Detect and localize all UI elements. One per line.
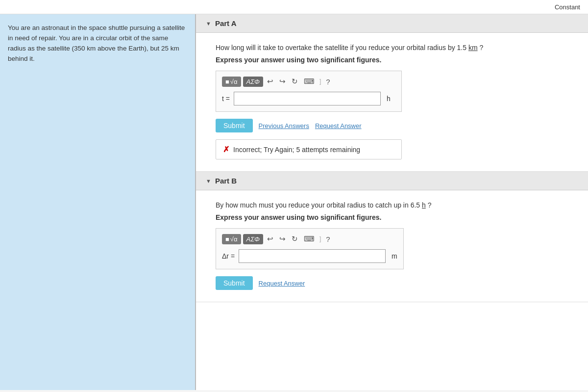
part-a-actions: Submit Previous Answers Request Answer [216,119,573,132]
part-b-answer-box: ■ √α ΑΣΦ ↩ ↪ ↻ ⌨ ] ? Δr = m [216,228,404,269]
sym-btn-b[interactable]: ΑΣΦ [243,234,263,244]
part-a-body: How long will it take to overtake the sa… [196,33,588,171]
part-a-section: ▼ Part A How long will it take to overta… [196,14,588,172]
math-icon-b: ■ [225,235,229,243]
constant-link[interactable]: Constant [555,3,580,11]
part-b-body: By how much must you reduce your orbital… [196,190,588,302]
sep-a: ] [318,78,322,85]
refresh-btn-b[interactable]: ↻ [290,234,300,244]
part-a-label: Part A [215,19,237,27]
help-btn-a[interactable]: ? [324,77,332,87]
part-a-eq-label: t = [222,95,230,103]
sidebar-description: You are an astronaut in the space shuttl… [8,23,187,64]
part-b-toolbar: ■ √α ΑΣΦ ↩ ↪ ↻ ⌨ ] ? [222,234,397,244]
keyboard-btn-b[interactable]: ⌨ [302,234,317,244]
undo-btn-b[interactable]: ↩ [265,234,275,244]
math-editor-btn-a[interactable]: ■ √α [222,77,241,87]
part-a-header[interactable]: ▼ Part A [196,14,588,33]
part-b-section: ▼ Part B By how much must you reduce you… [196,172,588,302]
part-a-question: How long will it take to overtake the sa… [216,43,573,53]
sidebar: You are an astronaut in the space shuttl… [0,14,196,390]
part-b-question: By how much must you reduce your orbital… [216,200,573,210]
redo-btn-a[interactable]: ↪ [277,76,288,87]
sep-b: ] [318,235,322,242]
part-b-sig-figs: Express your answer using two significan… [216,213,573,221]
part-b-submit-btn[interactable]: Submit [216,276,253,290]
part-b-request-answer-btn[interactable]: Request Answer [259,280,305,287]
part-a-toolbar: ■ √α ΑΣΦ ↩ ↪ ↻ ⌨ ] ? [222,76,395,87]
part-a-sig-figs: Express your answer using two significan… [216,56,573,64]
part-a-feedback-text: Incorrect; Try Again; 5 attempts remaini… [233,146,360,154]
part-b-input-row: Δr = m [222,249,397,263]
part-b-header[interactable]: ▼ Part B [196,172,588,190]
help-btn-b[interactable]: ? [324,234,332,244]
unit-km-a: km [468,44,478,52]
part-a-input-row: t = h [222,92,395,105]
redo-btn-b[interactable]: ↪ [277,234,288,244]
part-b-unit: m [392,252,397,260]
part-b-input[interactable] [239,249,386,263]
part-a-request-answer-btn[interactable]: Request Answer [315,122,362,130]
math-label-b: √α [230,235,238,243]
part-b-label: Part B [215,177,237,185]
incorrect-icon-a: ✗ [223,145,229,154]
unit-h-b: h [422,201,426,209]
part-a-submit-btn[interactable]: Submit [216,119,253,132]
chevron-down-icon-b: ▼ [206,178,211,184]
part-a-input[interactable] [234,92,381,105]
undo-btn-a[interactable]: ↩ [265,76,275,87]
math-label-a: √α [230,78,238,85]
refresh-btn-a[interactable]: ↻ [290,76,300,87]
math-icon-a: ■ [225,78,229,85]
chevron-down-icon: ▼ [206,21,211,26]
main-content: ▼ Part A How long will it take to overta… [196,14,588,390]
part-a-feedback: ✗ Incorrect; Try Again; 5 attempts remai… [216,139,402,159]
part-a-answer-box: ■ √α ΑΣΦ ↩ ↪ ↻ ⌨ ] ? t = h [216,71,402,112]
sym-btn-a[interactable]: ΑΣΦ [243,77,263,87]
math-editor-btn-b[interactable]: ■ √α [222,234,241,244]
part-a-unit: h [387,95,391,103]
part-a-previous-answers-btn[interactable]: Previous Answers [259,122,309,130]
part-b-eq-label: Δr = [222,252,235,260]
top-bar: Constant [0,0,588,14]
keyboard-btn-a[interactable]: ⌨ [302,76,317,87]
part-b-actions: Submit Request Answer [216,276,573,290]
